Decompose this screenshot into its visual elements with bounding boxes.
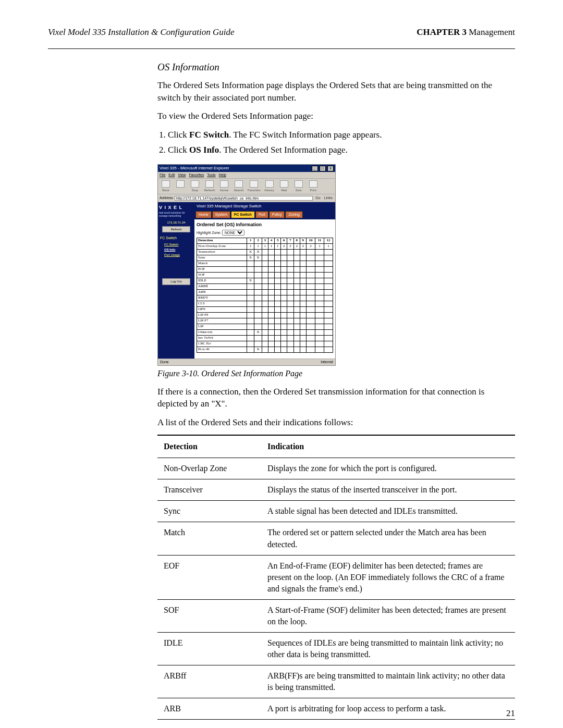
menu-help[interactable]: Help	[219, 173, 226, 177]
os-cell	[281, 284, 287, 290]
highlight-select[interactable]: NONE	[222, 230, 244, 236]
address-input[interactable]	[175, 196, 313, 201]
toolbar-back[interactable]: Back	[160, 180, 172, 192]
screenshot-browser-window: Vixel 335 - Microsoft Internet Explorer …	[157, 164, 336, 365]
os-cell	[324, 330, 333, 336]
os-cell	[293, 267, 300, 273]
os-cell	[287, 250, 293, 255]
table-row: TransceiverDisplays the status of the in…	[157, 479, 515, 501]
toolbar-history[interactable]: History	[264, 180, 275, 192]
search-icon	[235, 180, 243, 188]
after-figure-paragraph-1: If there is a connection, then the Order…	[157, 386, 515, 410]
page-number: 21	[506, 708, 515, 719]
menu-favorites[interactable]: Favorites	[189, 173, 204, 177]
toolbar-refresh[interactable]: Refresh	[204, 180, 215, 192]
os-cell	[275, 324, 281, 330]
maximize-icon[interactable]: □	[320, 166, 326, 171]
os-cell	[324, 307, 333, 313]
toolbar-print[interactable]: Print	[308, 180, 319, 192]
os-row-label: Transceiver	[197, 250, 247, 255]
sidebar-item-os-info[interactable]: OS Info	[159, 247, 193, 252]
os-cell: X	[247, 250, 254, 255]
os-cell	[324, 295, 333, 301]
window-buttons: _ □ x	[311, 165, 334, 171]
os-cell	[275, 336, 281, 341]
os-cell	[268, 324, 274, 330]
os-cell	[281, 255, 287, 261]
tab-home[interactable]: Home	[195, 211, 212, 218]
table-row: Match	[197, 261, 333, 267]
os-cell	[275, 295, 281, 301]
os-cell	[287, 255, 293, 261]
tab-zoning[interactable]: Zoning	[285, 211, 302, 218]
menu-file[interactable]: File	[160, 173, 165, 177]
menu-view[interactable]: View	[178, 173, 186, 177]
toolbar-size[interactable]: Size	[293, 180, 304, 192]
ind-cell: A stable signal has been detected and ID…	[261, 501, 515, 522]
os-cell	[275, 255, 281, 261]
os-cell	[262, 295, 268, 301]
menu-edit[interactable]: Edit	[168, 173, 175, 177]
os-cell	[262, 255, 268, 261]
os-cell	[287, 324, 293, 330]
toolbar-favorites[interactable]: Favorites	[248, 180, 261, 192]
toolbar-search[interactable]: Search	[233, 180, 244, 192]
os-cell	[275, 341, 281, 347]
os-cell	[293, 313, 300, 318]
os-cell	[306, 341, 315, 347]
os-cell: 1	[268, 244, 274, 250]
links-label[interactable]: Links	[323, 195, 334, 201]
table-row: OPN	[197, 307, 333, 313]
tab-policy[interactable]: Policy	[269, 211, 285, 218]
os-cell	[262, 336, 268, 341]
os-cell	[315, 295, 324, 301]
sidebar-item-fc-switch[interactable]: FC Switch	[159, 242, 193, 247]
os-cell	[262, 284, 268, 290]
os-cell	[262, 301, 268, 307]
close-icon[interactable]: x	[327, 166, 334, 171]
page: Vixel Model 335 Installation & Configura…	[0, 0, 563, 728]
os-cell	[315, 267, 324, 273]
tab-fc-switch[interactable]: FC Switch	[231, 211, 255, 218]
toolbar-home[interactable]: Home	[218, 180, 230, 192]
os-cell	[315, 290, 324, 295]
os-col-port-11: 11	[315, 238, 324, 244]
os-cell	[293, 347, 300, 353]
menu-tools[interactable]: Tools	[207, 173, 215, 177]
os-cell	[262, 330, 268, 336]
os-cell	[281, 307, 287, 313]
toolbar-mail[interactable]: Mail	[278, 180, 290, 192]
os-cell	[281, 347, 287, 353]
table-row: TransceiverXX	[197, 250, 333, 255]
address-bar: Address Go Links	[158, 194, 335, 202]
tab-system[interactable]: System	[212, 211, 230, 218]
os-cell	[254, 341, 262, 347]
os-cell: X	[254, 250, 262, 255]
tab-port[interactable]: Port	[255, 211, 268, 218]
main-panel: Vixel 335 Managed Storage Switch HomeSys…	[194, 202, 335, 359]
table-row: RRDY	[197, 295, 333, 301]
os-cell	[324, 290, 333, 295]
os-cell	[254, 318, 262, 324]
os-cell	[287, 290, 293, 295]
os-cell	[306, 330, 315, 336]
os-cell	[254, 301, 262, 307]
refresh-button[interactable]: Refresh	[162, 226, 190, 232]
os-cell	[247, 261, 254, 267]
device-ip: 172.18.71.34	[159, 220, 193, 225]
toolbar-stop[interactable]: Stop	[189, 180, 201, 192]
section-heading: OS Information	[157, 60, 515, 74]
os-cell	[306, 347, 315, 353]
os-col-port-10: 10	[306, 238, 315, 244]
go-button[interactable]: Go	[314, 195, 321, 201]
ind-cell: Transceiver	[157, 479, 261, 501]
minimize-icon[interactable]: _	[312, 166, 318, 171]
os-cell	[306, 295, 315, 301]
os-cell	[306, 267, 315, 273]
sidebar-item-port-usage[interactable]: Port Usage	[159, 252, 193, 257]
os-cell: 1	[262, 244, 268, 250]
os-cell	[315, 330, 324, 336]
os-cell	[293, 295, 300, 301]
os-cell	[262, 318, 268, 324]
logout-button[interactable]: Log Out	[162, 278, 190, 285]
